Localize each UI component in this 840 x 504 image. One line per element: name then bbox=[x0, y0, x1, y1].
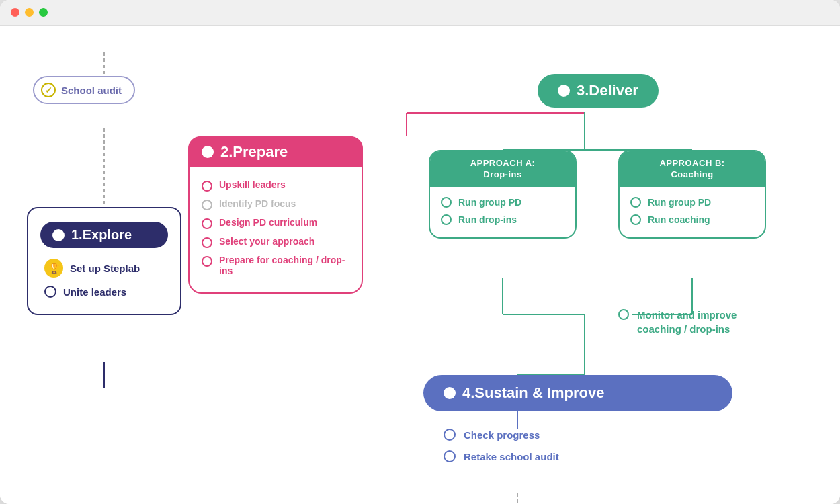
sustain-chip[interactable]: 4.Sustain & Improve bbox=[423, 375, 732, 411]
school-audit-chip[interactable]: ✓ School audit bbox=[33, 76, 135, 104]
explore-items: 🏆 Set up Steplab Unite leaders bbox=[40, 259, 168, 298]
monitor-text: Monitor and improve coaching / drop-ins bbox=[618, 308, 766, 336]
explore-dot bbox=[52, 229, 65, 241]
trophy-icon: 🏆 bbox=[44, 259, 63, 278]
sustain-items: Check progress Retake school audit bbox=[444, 429, 559, 462]
circle-pink-icon-3 bbox=[202, 237, 212, 248]
prepare-box: 2.Prepare Upskill leaders Identify PD fo… bbox=[188, 136, 363, 294]
explore-item-unite[interactable]: Unite leaders bbox=[44, 286, 168, 298]
app-window: ✓ School audit 1.Explore 🏆 Set up Stepla… bbox=[0, 0, 840, 504]
check-icon: ✓ bbox=[41, 83, 56, 97]
sustain-item-retake[interactable]: Retake school audit bbox=[444, 450, 559, 462]
approach-b-header: APPROACH B:Coaching bbox=[620, 151, 765, 187]
sustain-dot bbox=[444, 387, 456, 399]
circle-gray-icon bbox=[202, 200, 212, 210]
prepare-items: Upskill leaders Identify PD focus Design… bbox=[190, 179, 362, 276]
deliver-dot bbox=[558, 85, 570, 97]
prepare-title[interactable]: 2.Prepare bbox=[188, 136, 363, 167]
approach-b-box: APPROACH B:Coaching Run group PD Run coa… bbox=[618, 150, 766, 239]
circle-pink-icon bbox=[202, 181, 212, 192]
approach-a-item-1[interactable]: Run group PD bbox=[441, 197, 564, 208]
prepare-dot bbox=[202, 146, 214, 158]
explore-title[interactable]: 1.Explore bbox=[40, 222, 168, 248]
prepare-item-design[interactable]: Design PD curriculum bbox=[202, 217, 349, 229]
monitor-circle-icon bbox=[618, 309, 629, 320]
circle-green-icon-3 bbox=[630, 197, 641, 208]
explore-box: 1.Explore 🏆 Set up Steplab Unite leaders bbox=[27, 207, 181, 315]
titlebar bbox=[0, 0, 840, 26]
circle-blue-icon-2 bbox=[444, 450, 456, 462]
prepare-item-coaching[interactable]: Prepare for coaching / drop-ins bbox=[202, 255, 349, 276]
circle-blue-icon bbox=[444, 429, 456, 441]
approach-b-item-1[interactable]: Run group PD bbox=[630, 197, 754, 208]
approach-a-box: APPROACH A:Drop-ins Run group PD Run dro… bbox=[429, 150, 577, 239]
circle-pink-icon-4 bbox=[202, 256, 212, 267]
school-audit-label: School audit bbox=[61, 85, 122, 96]
approach-a-items: Run group PD Run drop-ins bbox=[430, 187, 575, 225]
approach-b-item-2[interactable]: Run coaching bbox=[630, 214, 754, 225]
prepare-item-identify[interactable]: Identify PD focus bbox=[202, 198, 349, 210]
close-button[interactable] bbox=[11, 8, 19, 17]
circle-pink-icon-2 bbox=[202, 218, 212, 229]
canvas: ✓ School audit 1.Explore 🏆 Set up Stepla… bbox=[0, 26, 840, 504]
sustain-item-progress[interactable]: Check progress bbox=[444, 429, 559, 441]
prepare-item-upskill[interactable]: Upskill leaders bbox=[202, 179, 349, 192]
circle-icon bbox=[44, 286, 56, 298]
explore-item-setup[interactable]: 🏆 Set up Steplab bbox=[44, 259, 168, 278]
minimize-button[interactable] bbox=[25, 8, 34, 17]
approach-b-items: Run group PD Run coaching bbox=[620, 187, 765, 225]
circle-green-icon bbox=[441, 197, 452, 208]
approach-a-item-2[interactable]: Run drop-ins bbox=[441, 214, 564, 225]
circle-green-icon-2 bbox=[441, 214, 452, 225]
deliver-chip[interactable]: 3.Deliver bbox=[538, 74, 659, 108]
prepare-item-select[interactable]: Select your approach bbox=[202, 236, 349, 248]
maximize-button[interactable] bbox=[39, 8, 48, 17]
monitor-box[interactable]: Monitor and improve coaching / drop-ins bbox=[618, 308, 766, 336]
circle-green-icon-4 bbox=[630, 214, 641, 225]
approach-a-header: APPROACH A:Drop-ins bbox=[430, 151, 575, 187]
